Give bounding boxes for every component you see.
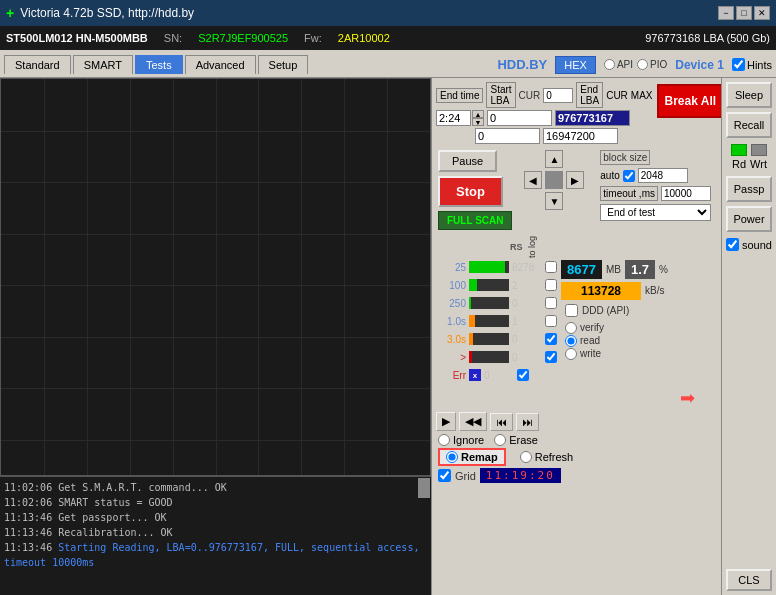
rs-header: RS to log (436, 236, 557, 258)
auto-row: auto (600, 168, 711, 183)
sector-1s-checkbox[interactable] (545, 315, 557, 327)
action-row1: Ignore Erase (432, 433, 721, 447)
stop-button[interactable]: Stop (438, 176, 503, 207)
pio-radio[interactable]: PIO (637, 59, 667, 70)
vrw-options: verify read write (561, 321, 717, 361)
fw-label: Fw: (304, 32, 322, 44)
max-label: MAX (631, 90, 653, 101)
end-time-input[interactable] (436, 110, 471, 126)
nav-cluster: ▲ ◀ ▶ ▼ (524, 150, 584, 210)
drive-model: ST500LM012 HN-M500MBB (6, 32, 148, 44)
nav-right-button[interactable]: ▶ (566, 171, 584, 189)
sector-row-err: Err x 0 (436, 367, 557, 383)
write-radio[interactable] (565, 348, 577, 360)
recall-button[interactable]: Recall (726, 112, 772, 138)
rs-label: RS (510, 242, 523, 252)
right-sidebar: Sleep Recall Rd Wrt Passp Power sound CL… (721, 78, 776, 595)
lba-row2: ▲ ▼ (436, 110, 653, 126)
cls-button[interactable]: CLS (726, 569, 772, 591)
skip-prev-button[interactable]: ⏮ (490, 413, 513, 431)
wrt-led (751, 144, 767, 156)
nav-left-button[interactable]: ◀ (524, 171, 542, 189)
rd-group: Rd (731, 144, 747, 170)
hdd-by-link[interactable]: HDD.BY (497, 57, 547, 72)
sector-err-checkbox[interactable] (517, 369, 529, 381)
auto-checkbox[interactable] (623, 170, 635, 182)
minimize-button[interactable]: − (718, 6, 734, 20)
tab-standard[interactable]: Standard (4, 55, 71, 74)
end-time-label: End time (436, 88, 483, 103)
break-all-button[interactable]: Break All (657, 84, 725, 118)
grid-row: Grid 11:19:20 (432, 467, 721, 484)
nav-down-button[interactable]: ▼ (545, 192, 563, 210)
drive-lba: 976773168 LBA (500 Gb) (645, 32, 770, 44)
pct-label: % (659, 264, 668, 275)
rewind-button[interactable]: ◀◀ (459, 412, 487, 431)
timeout-input[interactable] (661, 186, 711, 201)
start-lba-label: Start LBA (486, 82, 515, 108)
speed-row: 113728 kB/s (561, 282, 717, 300)
sector-250-checkbox[interactable] (545, 297, 557, 309)
end-lba-input[interactable] (555, 110, 630, 126)
log-scrollbar[interactable] (417, 477, 431, 595)
read-radio[interactable] (565, 335, 577, 347)
stats-right: 8677 MB 1.7 % 113728 kB/s DDD (API) (561, 260, 717, 361)
lba-row3-input2[interactable] (543, 128, 618, 144)
ddd-checkbox[interactable] (565, 304, 578, 317)
ddd-row: DDD (API) (561, 303, 717, 318)
verify-radio[interactable] (565, 322, 577, 334)
sector-100-checkbox[interactable] (545, 279, 557, 291)
refresh-radio[interactable] (520, 451, 532, 463)
grid-checkbox[interactable] (438, 469, 451, 482)
tab-advanced[interactable]: Advanced (185, 55, 256, 74)
end-time-spinner: ▲ ▼ (472, 110, 484, 126)
maximize-button[interactable]: □ (736, 6, 752, 20)
tab-tests[interactable]: Tests (135, 55, 183, 74)
close-button[interactable]: ✕ (754, 6, 770, 20)
ctrl-top: End time Start LBA CUR End LBA CUR MAX ▲… (432, 78, 721, 148)
sound-checkbox[interactable] (726, 238, 739, 251)
erase-radio[interactable] (494, 434, 506, 446)
hex-button[interactable]: HEX (555, 56, 596, 74)
sound-label: sound (742, 239, 772, 251)
api-radio[interactable]: API (604, 59, 633, 70)
skip-next-button[interactable]: ⏭ (516, 413, 539, 431)
arrow-indicator-row: ➡ (432, 386, 721, 410)
fullscan-button[interactable]: FULL SCAN (438, 211, 512, 230)
end-time-up[interactable]: ▲ (472, 110, 484, 118)
ignore-radio[interactable] (438, 434, 450, 446)
erase-option: Erase (494, 434, 538, 446)
tab-smart[interactable]: SMART (73, 55, 133, 74)
sector-25-checkbox[interactable] (545, 261, 557, 273)
passp-button[interactable]: Passp (726, 176, 772, 202)
hints-label: Hints (747, 59, 772, 71)
speed-unit: kB/s (645, 285, 664, 296)
log-scroll-thumb[interactable] (418, 478, 430, 498)
sector-3s-checkbox[interactable] (545, 333, 557, 345)
read-label: read (580, 335, 600, 346)
cur-value-input[interactable] (543, 88, 573, 103)
nav-center-button[interactable] (545, 171, 563, 189)
lba-row3-input[interactable] (475, 128, 540, 144)
rd-label: Rd (732, 158, 746, 170)
sector-gt-checkbox[interactable] (545, 351, 557, 363)
end-test-select[interactable]: End of test Reboot Power off Hibernate (600, 204, 711, 221)
start-lba-input[interactable] (487, 110, 552, 126)
pause-button[interactable]: Pause (438, 150, 497, 172)
tab-setup[interactable]: Setup (258, 55, 309, 74)
block-size-row: block size (600, 150, 711, 165)
hints-checkbox-row[interactable]: Hints (732, 58, 772, 71)
block-size-input[interactable] (638, 168, 688, 183)
app-icon: + (6, 5, 14, 21)
wrt-label: Wrt (750, 158, 767, 170)
power-button[interactable]: Power (726, 206, 772, 232)
left-panel: A⊕PULS 11:02:06 Get S.M.A.R.T. command..… (0, 78, 431, 595)
log-to-label: to log (527, 236, 537, 258)
nav-up-button[interactable]: ▲ (545, 150, 563, 168)
play-button[interactable]: ▶ (436, 412, 456, 431)
sleep-button[interactable]: Sleep (726, 82, 772, 108)
main-content: A⊕PULS 11:02:06 Get S.M.A.R.T. command..… (0, 78, 776, 595)
timeout-row: timeout ,ms (600, 186, 711, 201)
end-time-down[interactable]: ▼ (472, 118, 484, 126)
remap-radio[interactable] (446, 451, 458, 463)
